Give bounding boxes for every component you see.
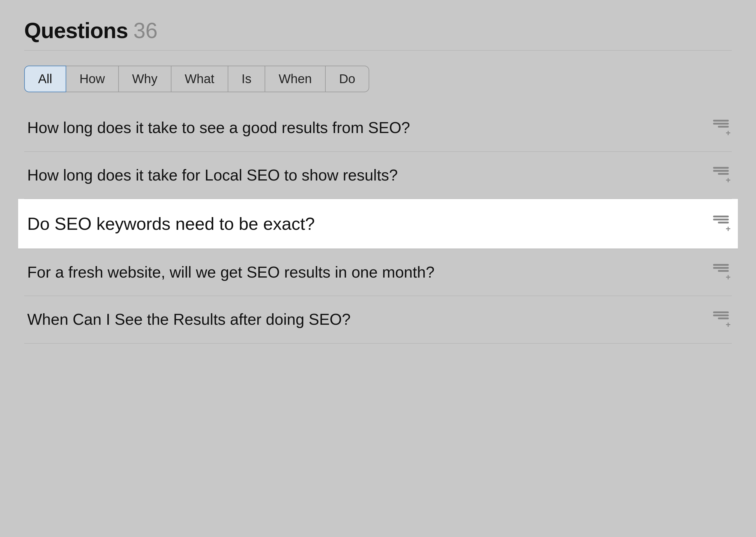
filter-tab-how[interactable]: How	[65, 65, 118, 92]
list-add-icon-1: +	[711, 120, 729, 136]
list-add-icon-3: +	[711, 216, 729, 232]
filter-tab-when[interactable]: When	[265, 65, 325, 92]
page-title: Questions	[24, 18, 128, 43]
question-text-3: Do SEO keywords need to be exact?	[27, 212, 698, 235]
plus-symbol: +	[726, 176, 731, 185]
plus-symbol: +	[726, 273, 731, 281]
add-to-list-icon-2[interactable]: +	[711, 167, 729, 183]
filter-tab-do[interactable]: Do	[325, 65, 369, 92]
add-to-list-icon-1[interactable]: +	[711, 120, 729, 136]
question-item-2[interactable]: How long does it take for Local SEO to s…	[24, 152, 732, 199]
question-text-1: How long does it take to see a good resu…	[27, 118, 698, 138]
plus-symbol: +	[726, 129, 731, 137]
page-container: Questions 36 AllHowWhyWhatIsWhenDo How l…	[24, 18, 732, 344]
plus-symbol: +	[726, 225, 731, 233]
filter-tab-all[interactable]: All	[24, 65, 66, 92]
questions-list: How long does it take to see a good resu…	[24, 104, 732, 344]
question-item-1[interactable]: How long does it take to see a good resu…	[24, 104, 732, 152]
filter-tab-what[interactable]: What	[171, 65, 228, 92]
question-item-5[interactable]: When Can I See the Results after doing S…	[24, 296, 732, 344]
add-to-list-icon-4[interactable]: +	[711, 264, 729, 280]
question-item-4[interactable]: For a fresh website, will we get SEO res…	[24, 249, 732, 296]
add-to-list-icon-5[interactable]: +	[711, 311, 729, 328]
question-text-2: How long does it take for Local SEO to s…	[27, 165, 698, 186]
question-item-3[interactable]: Do SEO keywords need to be exact?+	[18, 199, 738, 249]
filter-tab-why[interactable]: Why	[118, 65, 171, 92]
list-add-icon-4: +	[711, 264, 729, 280]
list-add-icon-2: +	[711, 167, 729, 183]
question-text-4: For a fresh website, will we get SEO res…	[27, 262, 698, 283]
header: Questions 36	[24, 18, 732, 51]
question-text-5: When Can I See the Results after doing S…	[27, 309, 698, 330]
plus-symbol: +	[726, 320, 731, 329]
questions-count: 36	[133, 18, 157, 43]
add-to-list-icon-3[interactable]: +	[711, 216, 729, 232]
filter-tab-is[interactable]: Is	[228, 65, 265, 92]
filter-tabs-container: AllHowWhyWhatIsWhenDo	[24, 65, 732, 92]
list-add-icon-5: +	[711, 311, 729, 328]
